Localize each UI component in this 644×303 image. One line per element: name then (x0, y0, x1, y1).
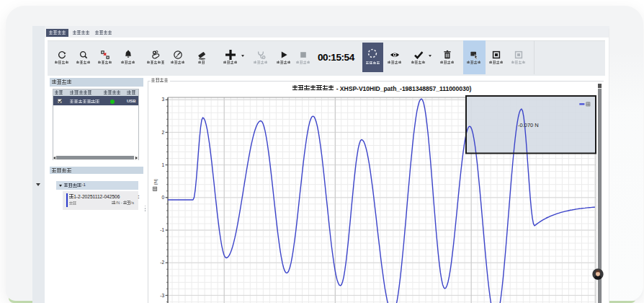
svg-text:[N]: [N] (153, 179, 158, 185)
svg-text:-2: -2 (160, 260, 164, 265)
svg-text:-3: -3 (160, 293, 164, 298)
svg-text:0: 0 (161, 195, 164, 200)
svg-text:-1: -1 (160, 227, 164, 232)
svg-text:1: 1 (161, 162, 164, 167)
svg-text:-0.070 N: -0.070 N (518, 122, 539, 128)
svg-text:2: 2 (161, 130, 164, 135)
svg-text:3: 3 (161, 97, 164, 102)
